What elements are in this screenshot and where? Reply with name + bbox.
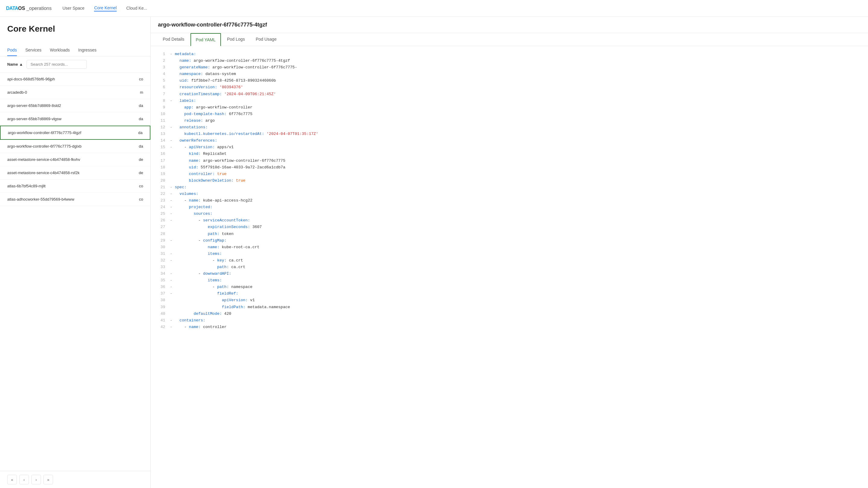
brand-logo: DATAOS _operations bbox=[6, 6, 52, 11]
yaml-toggle[interactable]: - bbox=[170, 191, 175, 197]
row-ns: da bbox=[138, 130, 143, 135]
yaml-toggle[interactable] bbox=[170, 158, 175, 164]
list-item[interactable]: asset-metastore-service-c4b474858-fkvhv … bbox=[0, 153, 150, 166]
row-ns: da bbox=[139, 103, 143, 108]
list-item[interactable]: asset-metastore-service-c4b474858-rsf2k … bbox=[0, 166, 150, 180]
line-number: 21 bbox=[158, 184, 170, 191]
row-ns: de bbox=[139, 157, 143, 162]
row-name: argo-server-65bb7d8869-vlgsw bbox=[7, 117, 139, 121]
list-item[interactable]: atlas-adhocworker-55dd79569-b4www co bbox=[0, 193, 150, 206]
nav-cloud-ke[interactable]: Cloud Ke... bbox=[126, 6, 147, 11]
row-name: argo-server-65bb7d8869-8sld2 bbox=[7, 103, 139, 108]
yaml-content: ownerReferences: bbox=[175, 137, 861, 144]
list-item[interactable]: argo-workflow-controller-6f776c7775-dglx… bbox=[0, 140, 150, 153]
yaml-content: - serviceAccountToken: bbox=[175, 217, 861, 224]
line-number: 8 bbox=[158, 98, 170, 104]
yaml-toggle[interactable] bbox=[170, 151, 175, 157]
yaml-line: 36- - path: namespace bbox=[158, 284, 861, 290]
yaml-toggle[interactable] bbox=[170, 264, 175, 270]
yaml-toggle[interactable] bbox=[170, 177, 175, 184]
yaml-toggle[interactable]: - bbox=[170, 237, 175, 244]
list-item[interactable]: argo-server-65bb7d8869-vlgsw da bbox=[0, 112, 150, 126]
yaml-toggle[interactable] bbox=[170, 77, 175, 84]
row-name: argo-workflow-controller-6f776c7775-dglx… bbox=[7, 144, 139, 149]
line-number: 40 bbox=[158, 311, 170, 317]
yaml-toggle[interactable]: - bbox=[170, 284, 175, 290]
line-number: 42 bbox=[158, 324, 170, 330]
yaml-line: 1-metadata: bbox=[158, 51, 861, 58]
yaml-toggle[interactable] bbox=[170, 64, 175, 71]
yaml-toggle[interactable] bbox=[170, 58, 175, 64]
list-item[interactable]: arcadedb-0 m bbox=[0, 86, 150, 99]
list-item[interactable]: api-docs-668d576bf6-96jph co bbox=[0, 73, 150, 86]
yaml-toggle[interactable] bbox=[170, 297, 175, 304]
yaml-toggle[interactable]: - bbox=[170, 257, 175, 264]
yaml-toggle[interactable] bbox=[170, 244, 175, 251]
page-prev-button[interactable]: ‹ bbox=[19, 475, 29, 484]
yaml-toggle[interactable]: - bbox=[170, 317, 175, 324]
row-name: atlas-6b7bf54c89-mjllt bbox=[7, 184, 139, 188]
yaml-toggle[interactable] bbox=[170, 104, 175, 111]
tab-pod-details[interactable]: Pod Details bbox=[158, 33, 189, 46]
yaml-toggle[interactable] bbox=[170, 171, 175, 177]
yaml-toggle[interactable]: - bbox=[170, 290, 175, 297]
yaml-content: projected: bbox=[175, 204, 861, 210]
sub-tab-ingresses[interactable]: Ingresses bbox=[79, 44, 97, 56]
yaml-toggle[interactable] bbox=[170, 231, 175, 237]
yaml-toggle[interactable] bbox=[170, 304, 175, 311]
row-ns: da bbox=[139, 144, 143, 149]
sub-tab-services[interactable]: Services bbox=[25, 44, 41, 56]
yaml-toggle[interactable]: - bbox=[170, 197, 175, 204]
yaml-toggle[interactable]: - bbox=[170, 98, 175, 104]
yaml-toggle[interactable] bbox=[170, 84, 175, 91]
yaml-line: 21-spec: bbox=[158, 184, 861, 191]
yaml-toggle[interactable]: - bbox=[170, 184, 175, 191]
yaml-toggle[interactable] bbox=[170, 71, 175, 77]
yaml-toggle[interactable]: - bbox=[170, 324, 175, 330]
sub-tabs: Pods Services Workloads Ingresses bbox=[0, 44, 150, 56]
yaml-toggle[interactable] bbox=[170, 224, 175, 230]
yaml-toggle[interactable]: - bbox=[170, 51, 175, 58]
yaml-toggle[interactable]: - bbox=[170, 270, 175, 277]
yaml-toggle[interactable]: - bbox=[170, 204, 175, 210]
list-item-selected[interactable]: argo-workflow-controller-6f776c7775-4tgz… bbox=[0, 126, 150, 140]
yaml-toggle[interactable]: - bbox=[170, 124, 175, 131]
yaml-content: defaultMode: 420 bbox=[175, 311, 861, 317]
yaml-toggle[interactable] bbox=[170, 91, 175, 98]
tab-pod-usage[interactable]: Pod Usage bbox=[251, 33, 281, 46]
yaml-toggle[interactable] bbox=[170, 131, 175, 137]
yaml-content: items: bbox=[175, 277, 861, 284]
yaml-toggle[interactable] bbox=[170, 118, 175, 124]
list-item[interactable]: argo-server-65bb7d8869-8sld2 da bbox=[0, 99, 150, 112]
yaml-toggle[interactable]: - bbox=[170, 277, 175, 284]
yaml-toggle[interactable] bbox=[170, 311, 175, 317]
yaml-content: kubectl.kubernetes.io/restartedAt: '2024… bbox=[175, 131, 861, 137]
sub-tab-workloads[interactable]: Workloads bbox=[50, 44, 70, 56]
page-last-button[interactable]: » bbox=[43, 475, 53, 484]
row-name: api-docs-668d576bf6-96jph bbox=[7, 77, 139, 82]
yaml-toggle[interactable] bbox=[170, 164, 175, 171]
tab-pod-yaml[interactable]: Pod YAML bbox=[190, 33, 221, 46]
row-ns: m bbox=[140, 90, 143, 95]
yaml-toggle[interactable]: - bbox=[170, 210, 175, 217]
page-next-button[interactable]: › bbox=[31, 475, 41, 484]
nav-user-space[interactable]: User Space bbox=[62, 6, 84, 11]
yaml-toggle[interactable]: - bbox=[170, 137, 175, 144]
yaml-toggle[interactable] bbox=[170, 111, 175, 118]
yaml-toggle[interactable]: - bbox=[170, 251, 175, 257]
row-ns: co bbox=[139, 184, 143, 188]
yaml-content: containers: bbox=[175, 317, 861, 324]
yaml-toggle[interactable]: - bbox=[170, 144, 175, 151]
sub-tab-pods[interactable]: Pods bbox=[7, 44, 17, 56]
tab-pod-logs[interactable]: Pod Logs bbox=[222, 33, 250, 46]
top-nav: DATAOS _operations User Space Core Kerne… bbox=[0, 0, 868, 17]
yaml-toggle[interactable]: - bbox=[170, 217, 175, 224]
yaml-line: 24- projected: bbox=[158, 204, 861, 210]
list-item[interactable]: atlas-6b7bf54c89-mjllt co bbox=[0, 180, 150, 193]
nav-core-kernel[interactable]: Core Kernel bbox=[94, 5, 117, 11]
search-input[interactable] bbox=[27, 60, 87, 69]
page-first-button[interactable]: « bbox=[7, 475, 17, 484]
yaml-content: - path: namespace bbox=[175, 284, 861, 290]
yaml-line: 7 creationTimestamp: '2024-04-09T06:21:4… bbox=[158, 91, 861, 98]
yaml-content: name: argo-workflow-controller-6f776c777… bbox=[175, 58, 861, 64]
